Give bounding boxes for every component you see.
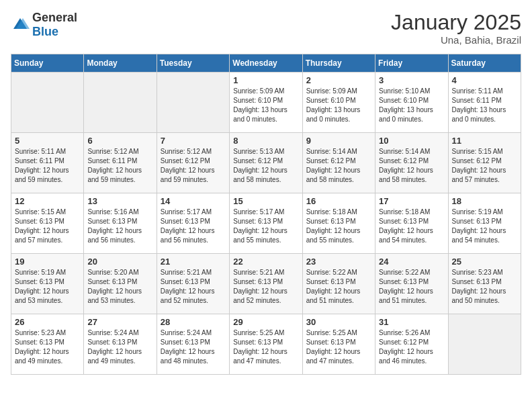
day-number: 28 [161, 317, 226, 327]
day-number: 14 [161, 196, 226, 206]
day-info: Sunrise: 5:15 AMSunset: 6:13 PMDaylight:… [15, 208, 80, 245]
day-info: Sunrise: 5:23 AMSunset: 6:13 PMDaylight:… [452, 268, 517, 306]
day-info: Sunrise: 5:25 AMSunset: 6:13 PMDaylight:… [306, 328, 371, 366]
calendar-cell: 15Sunrise: 5:17 AMSunset: 6:13 PMDayligh… [230, 193, 302, 254]
day-info: Sunrise: 5:22 AMSunset: 6:13 PMDaylight:… [379, 268, 444, 306]
day-number: 21 [161, 257, 226, 267]
day-number: 23 [306, 257, 371, 267]
day-number: 20 [87, 257, 152, 267]
day-number: 5 [15, 136, 80, 146]
day-number: 6 [87, 136, 152, 146]
day-info: Sunrise: 5:21 AMSunset: 6:13 PMDaylight:… [233, 268, 298, 306]
calendar-cell: 16Sunrise: 5:18 AMSunset: 6:13 PMDayligh… [302, 193, 375, 254]
calendar-cell [157, 73, 229, 133]
day-number: 7 [161, 136, 226, 146]
calendar-cell [448, 314, 521, 375]
calendar-cell: 6Sunrise: 5:12 AMSunset: 6:11 PMDaylight… [84, 133, 157, 193]
calendar-cell: 18Sunrise: 5:19 AMSunset: 6:13 PMDayligh… [448, 193, 521, 254]
calendar-cell: 26Sunrise: 5:23 AMSunset: 6:13 PMDayligh… [11, 314, 84, 375]
calendar-table: SundayMondayTuesdayWednesdayThursdayFrid… [11, 54, 521, 375]
day-header-sunday: Sunday [11, 54, 84, 73]
day-info: Sunrise: 5:25 AMSunset: 6:13 PMDaylight:… [233, 328, 298, 366]
calendar-cell: 3Sunrise: 5:10 AMSunset: 6:10 PMDaylight… [375, 73, 448, 133]
day-number: 15 [233, 196, 298, 206]
day-number: 17 [379, 196, 444, 206]
day-number: 19 [15, 257, 80, 267]
day-header-saturday: Saturday [448, 54, 521, 73]
day-number: 25 [452, 257, 517, 267]
calendar-cell: 27Sunrise: 5:24 AMSunset: 6:13 PMDayligh… [84, 314, 157, 375]
calendar-cell: 8Sunrise: 5:13 AMSunset: 6:12 PMDaylight… [230, 133, 302, 193]
day-info: Sunrise: 5:18 AMSunset: 6:13 PMDaylight:… [306, 208, 371, 245]
day-number: 27 [87, 317, 152, 327]
title-block: January 2025 Una, Bahia, Brazil [391, 11, 521, 46]
day-number: 1 [233, 75, 298, 85]
day-info: Sunrise: 5:10 AMSunset: 6:10 PMDaylight:… [379, 87, 444, 124]
day-number: 4 [452, 75, 517, 85]
day-info: Sunrise: 5:09 AMSunset: 6:10 PMDaylight:… [306, 87, 371, 124]
calendar-cell: 14Sunrise: 5:17 AMSunset: 6:13 PMDayligh… [157, 193, 229, 254]
calendar-week-row: 19Sunrise: 5:19 AMSunset: 6:13 PMDayligh… [11, 254, 521, 314]
day-info: Sunrise: 5:16 AMSunset: 6:13 PMDaylight:… [87, 208, 152, 245]
month-title: January 2025 [391, 11, 521, 34]
calendar-cell: 31Sunrise: 5:26 AMSunset: 6:12 PMDayligh… [375, 314, 448, 375]
day-header-monday: Monday [84, 54, 157, 73]
day-info: Sunrise: 5:22 AMSunset: 6:13 PMDaylight:… [306, 268, 371, 306]
day-header-tuesday: Tuesday [157, 54, 229, 73]
logo-text: General Blue [32, 11, 77, 39]
day-number: 13 [87, 196, 152, 206]
day-number: 29 [233, 317, 298, 327]
day-number: 22 [233, 257, 298, 267]
day-info: Sunrise: 5:15 AMSunset: 6:12 PMDaylight:… [452, 147, 517, 185]
calendar-cell: 29Sunrise: 5:25 AMSunset: 6:13 PMDayligh… [230, 314, 302, 375]
calendar-cell: 1Sunrise: 5:09 AMSunset: 6:10 PMDaylight… [230, 73, 302, 133]
calendar-week-row: 12Sunrise: 5:15 AMSunset: 6:13 PMDayligh… [11, 193, 521, 254]
day-info: Sunrise: 5:12 AMSunset: 6:11 PMDaylight:… [87, 147, 152, 185]
day-number: 2 [306, 75, 371, 85]
calendar-cell [11, 73, 84, 133]
calendar-cell: 30Sunrise: 5:25 AMSunset: 6:13 PMDayligh… [302, 314, 375, 375]
calendar-cell: 13Sunrise: 5:16 AMSunset: 6:13 PMDayligh… [84, 193, 157, 254]
day-number: 10 [379, 136, 444, 146]
calendar-header-row: SundayMondayTuesdayWednesdayThursdayFrid… [11, 54, 521, 73]
calendar-cell: 20Sunrise: 5:20 AMSunset: 6:13 PMDayligh… [84, 254, 157, 314]
day-number: 11 [452, 136, 517, 146]
calendar-week-row: 1Sunrise: 5:09 AMSunset: 6:10 PMDaylight… [11, 73, 521, 133]
calendar-cell: 7Sunrise: 5:12 AMSunset: 6:12 PMDaylight… [157, 133, 229, 193]
day-info: Sunrise: 5:17 AMSunset: 6:13 PMDaylight:… [233, 208, 298, 245]
day-info: Sunrise: 5:13 AMSunset: 6:12 PMDaylight:… [233, 147, 298, 185]
day-number: 26 [15, 317, 80, 327]
day-header-thursday: Thursday [302, 54, 375, 73]
day-info: Sunrise: 5:09 AMSunset: 6:10 PMDaylight:… [233, 87, 298, 124]
calendar-week-row: 26Sunrise: 5:23 AMSunset: 6:13 PMDayligh… [11, 314, 521, 375]
calendar-cell: 2Sunrise: 5:09 AMSunset: 6:10 PMDaylight… [302, 73, 375, 133]
calendar-cell: 9Sunrise: 5:14 AMSunset: 6:12 PMDaylight… [302, 133, 375, 193]
day-info: Sunrise: 5:23 AMSunset: 6:13 PMDaylight:… [15, 328, 80, 366]
day-info: Sunrise: 5:21 AMSunset: 6:13 PMDaylight:… [161, 268, 226, 306]
calendar-cell: 17Sunrise: 5:18 AMSunset: 6:13 PMDayligh… [375, 193, 448, 254]
calendar-cell: 4Sunrise: 5:11 AMSunset: 6:11 PMDaylight… [448, 73, 521, 133]
day-number: 24 [379, 257, 444, 267]
calendar-cell: 24Sunrise: 5:22 AMSunset: 6:13 PMDayligh… [375, 254, 448, 314]
day-info: Sunrise: 5:19 AMSunset: 6:13 PMDaylight:… [452, 208, 517, 245]
calendar-cell: 28Sunrise: 5:24 AMSunset: 6:13 PMDayligh… [157, 314, 229, 375]
day-info: Sunrise: 5:14 AMSunset: 6:12 PMDaylight:… [379, 147, 444, 185]
calendar-cell: 19Sunrise: 5:19 AMSunset: 6:13 PMDayligh… [11, 254, 84, 314]
day-info: Sunrise: 5:17 AMSunset: 6:13 PMDaylight:… [161, 208, 226, 245]
logo: General Blue [11, 11, 77, 39]
calendar-cell: 5Sunrise: 5:11 AMSunset: 6:11 PMDaylight… [11, 133, 84, 193]
day-number: 16 [306, 196, 371, 206]
page-header: General Blue January 2025 Una, Bahia, Br… [11, 11, 521, 46]
logo-general: General [32, 11, 77, 24]
day-number: 9 [306, 136, 371, 146]
day-info: Sunrise: 5:20 AMSunset: 6:13 PMDaylight:… [87, 268, 152, 306]
calendar-cell: 10Sunrise: 5:14 AMSunset: 6:12 PMDayligh… [375, 133, 448, 193]
calendar-cell: 11Sunrise: 5:15 AMSunset: 6:12 PMDayligh… [448, 133, 521, 193]
day-info: Sunrise: 5:11 AMSunset: 6:11 PMDaylight:… [15, 147, 80, 185]
day-info: Sunrise: 5:26 AMSunset: 6:12 PMDaylight:… [379, 328, 444, 366]
day-number: 18 [452, 196, 517, 206]
day-number: 8 [233, 136, 298, 146]
calendar-cell: 21Sunrise: 5:21 AMSunset: 6:13 PMDayligh… [157, 254, 229, 314]
day-number: 12 [15, 196, 80, 206]
day-number: 30 [306, 317, 371, 327]
